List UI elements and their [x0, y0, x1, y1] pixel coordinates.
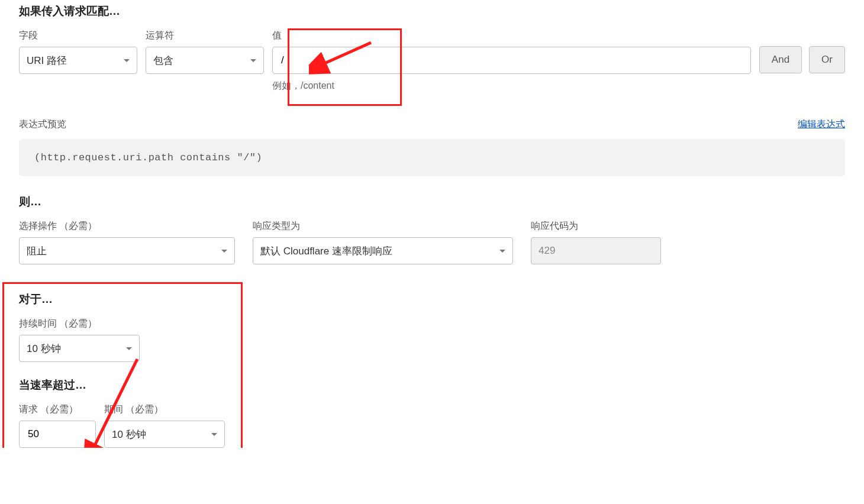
chevron-down-icon	[221, 250, 227, 253]
chevron-down-icon	[124, 59, 130, 62]
response-type-select[interactable]: 默认 Cloudflare 速率限制响应	[253, 237, 513, 264]
chevron-down-icon	[499, 250, 505, 253]
for-heading: 对于…	[19, 292, 845, 307]
requests-input-wrapper[interactable]	[19, 421, 96, 448]
expression-preview-code: (http.request.uri.path contains "/")	[19, 139, 845, 176]
and-button[interactable]: And	[759, 46, 802, 73]
response-type-select-value: 默认 Cloudflare 速率限制响应	[260, 244, 392, 258]
chevron-down-icon	[126, 347, 132, 350]
value-input[interactable]	[280, 54, 743, 67]
expression-preview-label: 表达式预览	[19, 118, 66, 131]
action-select[interactable]: 阻止	[19, 237, 235, 264]
or-button[interactable]: Or	[809, 46, 845, 73]
value-input-wrapper[interactable]	[272, 47, 751, 74]
action-select-value: 阻止	[27, 244, 47, 258]
field-label: 字段	[19, 30, 137, 42]
duration-select-value: 10 秒钟	[27, 342, 61, 356]
field-select[interactable]: URI 路径	[19, 47, 137, 74]
duration-select[interactable]: 10 秒钟	[19, 335, 140, 362]
requests-label: 请求 （必需）	[19, 403, 96, 416]
operator-select[interactable]: 包含	[146, 47, 264, 74]
response-type-label: 响应类型为	[253, 220, 513, 232]
operator-select-value: 包含	[153, 54, 173, 67]
value-label: 值	[272, 30, 751, 42]
value-help-text: 例如，/content	[272, 80, 751, 92]
response-code-input: 429	[531, 237, 661, 264]
response-code-label: 响应代码为	[531, 220, 661, 232]
period-select-value: 10 秒钟	[112, 428, 146, 441]
chevron-down-icon	[250, 59, 256, 62]
action-label: 选择操作 （必需）	[19, 220, 235, 232]
period-select[interactable]: 10 秒钟	[104, 421, 225, 448]
operator-label: 运算符	[146, 30, 264, 42]
requests-input[interactable]	[27, 428, 88, 441]
rate-heading: 当速率超过…	[19, 377, 845, 393]
field-select-value: URI 路径	[27, 54, 67, 67]
edit-expression-link[interactable]: 编辑表达式	[798, 118, 845, 131]
response-code-value: 429	[539, 245, 555, 257]
then-heading: 则…	[19, 194, 845, 209]
chevron-down-icon	[211, 433, 217, 436]
match-heading: 如果传入请求匹配…	[19, 4, 845, 19]
period-label: 期间 （必需）	[104, 403, 225, 416]
duration-label: 持续时间 （必需）	[19, 318, 845, 330]
